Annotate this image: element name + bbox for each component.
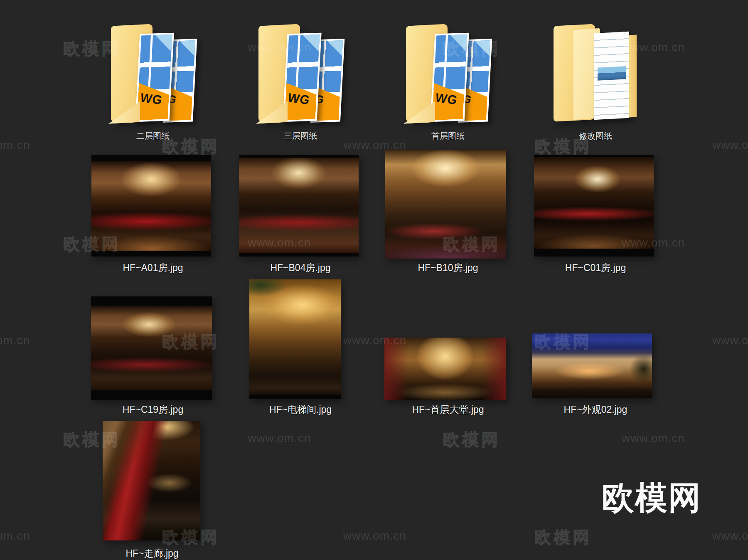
photo-room-b04 [239,158,359,253]
photo-room-b10 [385,150,506,259]
site-logo: 欧模网 [602,476,701,520]
file-thumbnail-elevator[interactable] [249,279,341,399]
file-thumbnail-b04[interactable] [239,155,359,257]
url-watermark: www.om.cn [0,138,30,152]
file-thumbnail-exterior[interactable] [532,333,652,398]
url-watermark: www.om.cn [712,334,748,347]
photo-ground-lobby [384,338,506,400]
file-label[interactable]: HF~A01房.jpg [91,261,215,274]
folder-icon-modified-drawings[interactable] [548,18,643,126]
photo-room-c01 [534,157,654,249]
folder-icon-first-floor-dwg[interactable]: G WG [400,18,496,126]
photo-room-a01 [91,161,211,251]
photo-room-c19 [91,306,212,390]
url-watermark: www.om.cn [712,138,748,152]
folder-label[interactable]: 三层图纸 [253,131,348,142]
file-label[interactable]: HF~C01房.jpg [533,261,658,274]
folder-edge [629,35,637,118]
folder-icon-third-floor-dwg[interactable]: G WG [253,18,348,126]
folder-icon-second-floor-dwg[interactable]: G WG [105,18,201,126]
dwg-badge: WG [139,91,164,107]
file-label[interactable]: HF~B10房.jpg [386,261,510,274]
file-label[interactable]: HF~C19房.jpg [91,403,215,416]
url-watermark: www.om.cn [343,529,406,543]
photo-exterior-night [532,333,652,398]
folder-label[interactable]: 修改图纸 [548,131,643,142]
folder-label[interactable]: 二层图纸 [105,131,201,142]
file-label[interactable]: HF~外观02.jpg [533,403,658,416]
file-label[interactable]: HF~走廊.jpg [90,547,214,560]
file-thumbnail-corridor[interactable] [103,421,200,540]
url-watermark: www.om.cn [248,432,311,445]
photo-corridor [103,421,200,540]
url-watermark: www.om.cn [0,334,30,347]
file-label[interactable]: HF~电梯间.jpg [238,403,363,416]
url-watermark: www.om.cn [0,529,30,543]
brand-watermark: 欧模网 [443,428,500,451]
dwg-badge: WG [286,91,311,107]
folder-label[interactable]: 首层图纸 [400,131,496,142]
file-thumbnail-c19[interactable] [91,296,212,400]
photo-elevator-lobby [249,279,341,395]
file-thumbnail-a01[interactable] [91,155,211,257]
document-page-icon [594,32,629,120]
file-manager-canvas: G WG 二层图纸 G WG 三层图纸 G WG 首层图纸 [0,0,748,560]
file-thumbnail-b10[interactable] [385,150,506,259]
file-thumbnail-lobby[interactable] [384,338,506,400]
file-label[interactable]: HF~B04房.jpg [238,261,363,274]
brand-watermark: 欧模网 [534,526,592,549]
dwg-file-icon: WG [135,33,174,122]
dwg-file-icon: WG [430,33,469,122]
file-thumbnail-c01[interactable] [534,155,654,257]
file-label[interactable]: HF~首层大堂.jpg [386,403,510,416]
url-watermark: www.om.cn [622,432,685,445]
url-watermark: www.om.cn [712,529,748,543]
dwg-file-icon: WG [283,33,321,122]
dwg-badge: WG [434,91,459,107]
